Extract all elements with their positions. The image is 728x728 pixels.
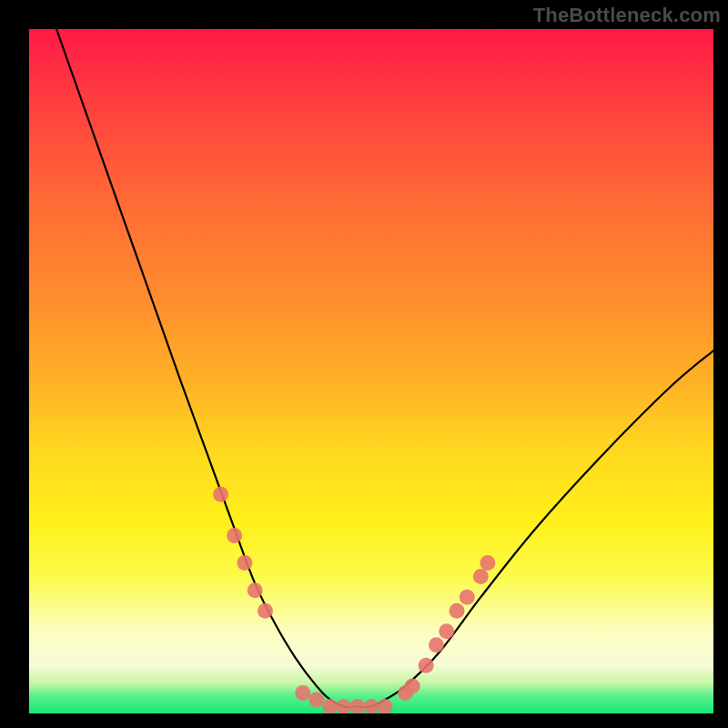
highlight-dot	[429, 637, 444, 652]
highlight-dot	[460, 590, 475, 605]
watermark-text: TheBottleneck.com	[533, 4, 721, 27]
curve-layer	[29, 29, 713, 713]
highlight-dot	[480, 555, 495, 571]
highlight-dot	[237, 555, 252, 571]
highlight-dot	[308, 692, 324, 707]
highlight-dots	[213, 487, 495, 713]
highlight-dot	[295, 685, 310, 701]
bottleneck-curve	[56, 29, 713, 707]
highlight-dot	[439, 623, 454, 639]
highlight-dot	[405, 678, 420, 693]
highlight-dot	[473, 569, 489, 584]
plot-area	[29, 29, 713, 713]
highlight-dot	[336, 699, 351, 713]
highlight-dot	[213, 487, 228, 502]
highlight-dot	[364, 699, 379, 713]
highlight-dot	[349, 699, 365, 713]
highlight-dot	[419, 658, 434, 673]
highlight-dot	[258, 603, 273, 619]
highlight-dot	[248, 582, 263, 598]
highlight-dot	[378, 699, 393, 713]
highlight-dot	[322, 699, 338, 713]
highlight-dot	[227, 528, 242, 543]
chart-frame: TheBottleneck.com	[0, 0, 728, 728]
highlight-dot	[450, 603, 465, 619]
